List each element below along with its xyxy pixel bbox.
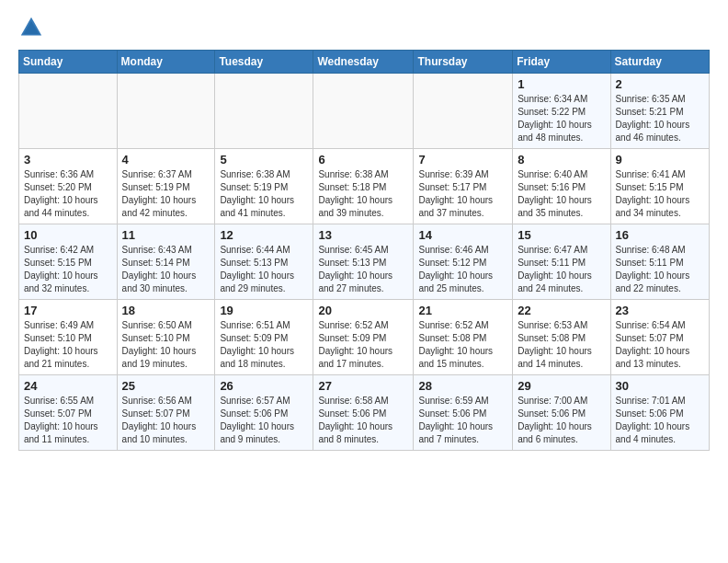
day-cell [313, 74, 414, 149]
day-cell [19, 74, 118, 149]
day-number: 17 [24, 304, 112, 317]
day-cell: 16Sunrise: 6:48 AM Sunset: 5:11 PM Dayli… [610, 224, 709, 300]
day-info: Sunrise: 6:37 AM Sunset: 5:19 PM Dayligh… [122, 168, 210, 220]
day-cell [414, 74, 513, 149]
logo-icon [18, 15, 44, 40]
week-row-4: 17Sunrise: 6:49 AM Sunset: 5:10 PM Dayli… [19, 300, 710, 375]
day-cell: 17Sunrise: 6:49 AM Sunset: 5:10 PM Dayli… [19, 300, 118, 375]
day-cell: 13Sunrise: 6:45 AM Sunset: 5:13 PM Dayli… [313, 224, 414, 300]
day-info: Sunrise: 6:59 AM Sunset: 5:06 PM Dayligh… [418, 395, 507, 446]
day-info: Sunrise: 6:56 AM Sunset: 5:07 PM Dayligh… [122, 395, 210, 446]
day-cell: 5Sunrise: 6:38 AM Sunset: 5:19 PM Daylig… [215, 149, 313, 224]
day-info: Sunrise: 6:36 AM Sunset: 5:20 PM Dayligh… [24, 168, 112, 220]
weekday-header-sunday: Sunday [19, 51, 118, 74]
day-number: 18 [122, 304, 210, 317]
day-number: 30 [616, 379, 704, 393]
day-cell: 11Sunrise: 6:43 AM Sunset: 5:14 PM Dayli… [117, 224, 215, 300]
weekday-row: SundayMondayTuesdayWednesdayThursdayFrid… [19, 51, 710, 74]
day-info: Sunrise: 6:42 AM Sunset: 5:15 PM Dayligh… [24, 244, 112, 295]
day-info: Sunrise: 6:43 AM Sunset: 5:14 PM Dayligh… [122, 244, 210, 295]
day-number: 7 [418, 153, 507, 167]
day-number: 8 [518, 153, 605, 167]
day-cell: 12Sunrise: 6:44 AM Sunset: 5:13 PM Dayli… [215, 224, 313, 300]
weekday-header-tuesday: Tuesday [215, 51, 313, 74]
weekday-header-saturday: Saturday [610, 51, 709, 74]
day-info: Sunrise: 6:55 AM Sunset: 5:07 PM Dayligh… [24, 395, 112, 446]
weekday-header-thursday: Thursday [414, 51, 513, 74]
day-info: Sunrise: 6:49 AM Sunset: 5:10 PM Dayligh… [24, 319, 112, 371]
day-cell: 26Sunrise: 6:57 AM Sunset: 5:06 PM Dayli… [215, 375, 313, 451]
day-info: Sunrise: 6:54 AM Sunset: 5:07 PM Dayligh… [616, 319, 704, 371]
logo [18, 15, 48, 40]
day-cell: 23Sunrise: 6:54 AM Sunset: 5:07 PM Dayli… [610, 300, 709, 375]
day-number: 13 [318, 228, 408, 242]
day-number: 14 [418, 228, 507, 242]
day-cell: 6Sunrise: 6:38 AM Sunset: 5:18 PM Daylig… [313, 149, 414, 224]
day-number: 24 [24, 379, 112, 393]
day-cell: 10Sunrise: 6:42 AM Sunset: 5:15 PM Dayli… [19, 224, 118, 300]
day-cell: 18Sunrise: 6:50 AM Sunset: 5:10 PM Dayli… [117, 300, 215, 375]
day-info: Sunrise: 6:38 AM Sunset: 5:19 PM Dayligh… [220, 168, 308, 220]
day-number: 27 [318, 379, 408, 393]
day-info: Sunrise: 6:58 AM Sunset: 5:06 PM Dayligh… [318, 395, 408, 446]
day-number: 25 [122, 379, 210, 393]
day-number: 20 [318, 304, 408, 317]
day-cell: 3Sunrise: 6:36 AM Sunset: 5:20 PM Daylig… [19, 149, 118, 224]
day-number: 6 [318, 153, 408, 167]
day-cell: 29Sunrise: 7:00 AM Sunset: 5:06 PM Dayli… [513, 375, 610, 451]
day-cell: 1Sunrise: 6:34 AM Sunset: 5:22 PM Daylig… [513, 74, 610, 149]
week-row-3: 10Sunrise: 6:42 AM Sunset: 5:15 PM Dayli… [19, 224, 710, 300]
calendar-header: SundayMondayTuesdayWednesdayThursdayFrid… [19, 51, 710, 74]
weekday-header-wednesday: Wednesday [313, 51, 414, 74]
day-cell: 25Sunrise: 6:56 AM Sunset: 5:07 PM Dayli… [117, 375, 215, 451]
day-info: Sunrise: 6:52 AM Sunset: 5:08 PM Dayligh… [418, 319, 507, 371]
calendar-body: 1Sunrise: 6:34 AM Sunset: 5:22 PM Daylig… [19, 74, 710, 451]
day-cell [215, 74, 313, 149]
day-cell: 30Sunrise: 7:01 AM Sunset: 5:06 PM Dayli… [610, 375, 709, 451]
day-info: Sunrise: 6:57 AM Sunset: 5:06 PM Dayligh… [220, 395, 308, 446]
day-cell: 2Sunrise: 6:35 AM Sunset: 5:21 PM Daylig… [610, 74, 709, 149]
day-number: 21 [418, 304, 507, 317]
day-info: Sunrise: 6:47 AM Sunset: 5:11 PM Dayligh… [518, 244, 605, 295]
day-number: 12 [220, 228, 308, 242]
day-number: 28 [418, 379, 507, 393]
day-info: Sunrise: 6:40 AM Sunset: 5:16 PM Dayligh… [518, 168, 605, 220]
day-number: 9 [616, 153, 704, 167]
day-cell: 7Sunrise: 6:39 AM Sunset: 5:17 PM Daylig… [414, 149, 513, 224]
day-cell: 20Sunrise: 6:52 AM Sunset: 5:09 PM Dayli… [313, 300, 414, 375]
day-info: Sunrise: 6:35 AM Sunset: 5:21 PM Dayligh… [616, 93, 704, 144]
day-number: 26 [220, 379, 308, 393]
day-cell: 9Sunrise: 6:41 AM Sunset: 5:15 PM Daylig… [610, 149, 709, 224]
day-info: Sunrise: 6:38 AM Sunset: 5:18 PM Dayligh… [318, 168, 408, 220]
day-info: Sunrise: 6:53 AM Sunset: 5:08 PM Dayligh… [518, 319, 605, 371]
day-cell: 27Sunrise: 6:58 AM Sunset: 5:06 PM Dayli… [313, 375, 414, 451]
day-info: Sunrise: 6:46 AM Sunset: 5:12 PM Dayligh… [418, 244, 507, 295]
day-number: 11 [122, 228, 210, 242]
day-cell: 15Sunrise: 6:47 AM Sunset: 5:11 PM Dayli… [513, 224, 610, 300]
day-cell: 28Sunrise: 6:59 AM Sunset: 5:06 PM Dayli… [414, 375, 513, 451]
day-number: 23 [616, 304, 704, 317]
day-cell: 19Sunrise: 6:51 AM Sunset: 5:09 PM Dayli… [215, 300, 313, 375]
day-number: 10 [24, 228, 112, 242]
header [18, 15, 710, 40]
day-info: Sunrise: 7:00 AM Sunset: 5:06 PM Dayligh… [518, 395, 605, 446]
week-row-2: 3Sunrise: 6:36 AM Sunset: 5:20 PM Daylig… [19, 149, 710, 224]
day-info: Sunrise: 6:39 AM Sunset: 5:17 PM Dayligh… [418, 168, 507, 220]
day-number: 22 [518, 304, 605, 317]
day-cell: 22Sunrise: 6:53 AM Sunset: 5:08 PM Dayli… [513, 300, 610, 375]
calendar-table: SundayMondayTuesdayWednesdayThursdayFrid… [18, 50, 710, 451]
day-info: Sunrise: 6:50 AM Sunset: 5:10 PM Dayligh… [122, 319, 210, 371]
day-info: Sunrise: 6:34 AM Sunset: 5:22 PM Dayligh… [518, 93, 605, 144]
day-number: 16 [616, 228, 704, 242]
day-cell: 4Sunrise: 6:37 AM Sunset: 5:19 PM Daylig… [117, 149, 215, 224]
day-number: 2 [616, 77, 704, 91]
day-info: Sunrise: 7:01 AM Sunset: 5:06 PM Dayligh… [616, 395, 704, 446]
day-number: 29 [518, 379, 605, 393]
day-number: 3 [24, 153, 112, 167]
week-row-5: 24Sunrise: 6:55 AM Sunset: 5:07 PM Dayli… [19, 375, 710, 451]
day-cell: 24Sunrise: 6:55 AM Sunset: 5:07 PM Dayli… [19, 375, 118, 451]
day-cell: 21Sunrise: 6:52 AM Sunset: 5:08 PM Dayli… [414, 300, 513, 375]
day-info: Sunrise: 6:41 AM Sunset: 5:15 PM Dayligh… [616, 168, 704, 220]
day-number: 5 [220, 153, 308, 167]
day-info: Sunrise: 6:44 AM Sunset: 5:13 PM Dayligh… [220, 244, 308, 295]
